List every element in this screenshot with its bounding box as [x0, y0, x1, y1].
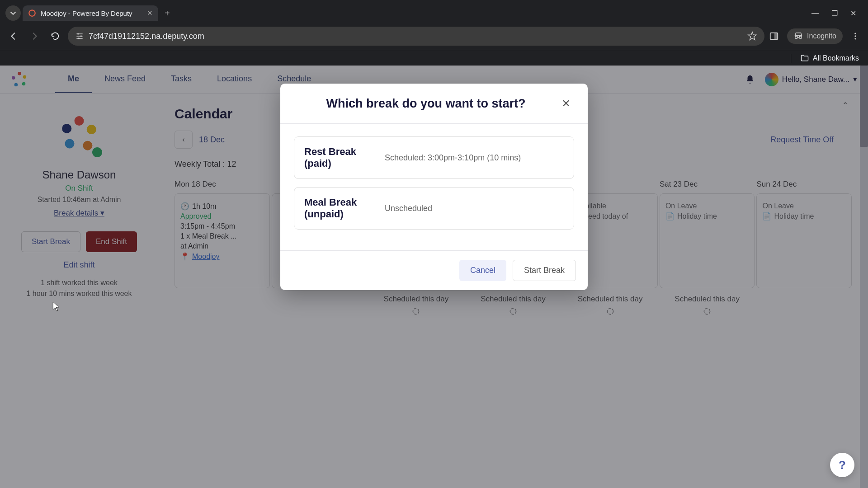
svg-point-7: [854, 35, 856, 37]
modal-close-button[interactable]: ✕: [558, 95, 574, 112]
incognito-badge[interactable]: Incognito: [787, 28, 843, 44]
new-tab-button[interactable]: +: [160, 5, 175, 21]
modal-title: Which break do you want to start?: [294, 97, 558, 111]
start-break-modal: Which break do you want to start? ✕ Rest…: [280, 84, 588, 290]
svg-point-0: [29, 10, 35, 16]
option-desc: Unscheduled: [385, 204, 432, 213]
forward-button[interactable]: [26, 28, 42, 44]
tab-title: Moodjoy - Powered By Deputy: [41, 9, 132, 17]
window-close-icon[interactable]: ✕: [850, 9, 856, 18]
start-break-button[interactable]: Start Break: [513, 260, 576, 281]
bookmarks-bar: All Bookmarks: [0, 50, 868, 66]
svg-point-8: [854, 38, 856, 39]
incognito-icon: [793, 31, 803, 41]
tabs-dropdown[interactable]: [5, 5, 21, 21]
window-maximize-icon[interactable]: ❐: [831, 9, 838, 18]
tab-bar: Moodjoy - Powered By Deputy ✕ + ― ❐ ✕: [0, 0, 868, 23]
option-title: Rest Break (paid): [304, 146, 372, 169]
cancel-button[interactable]: Cancel: [459, 260, 506, 281]
modal-backdrop[interactable]: Which break do you want to start? ✕ Rest…: [0, 66, 868, 488]
all-bookmarks-link[interactable]: All Bookmarks: [813, 54, 859, 62]
side-panel-icon[interactable]: [769, 31, 779, 41]
folder-icon: [800, 54, 809, 63]
back-button[interactable]: [5, 28, 22, 44]
address-bar: 7cf47d19112152.na.deputy.com Incognito: [0, 23, 868, 50]
app-viewport: Me News Feed Tasks Locations Schedule He…: [0, 66, 868, 488]
browser-chrome: Moodjoy - Powered By Deputy ✕ + ― ❐ ✕ 7c…: [0, 0, 868, 66]
url-input[interactable]: 7cf47d19112152.na.deputy.com: [68, 27, 764, 46]
browser-tab[interactable]: Moodjoy - Powered By Deputy ✕: [23, 5, 158, 21]
svg-point-6: [854, 33, 856, 34]
url-text: 7cf47d19112152.na.deputy.com: [89, 32, 204, 41]
incognito-label: Incognito: [807, 32, 836, 40]
reload-button[interactable]: [47, 28, 63, 44]
svg-point-2: [80, 35, 82, 37]
svg-point-3: [78, 38, 80, 39]
window-minimize-icon[interactable]: ―: [811, 9, 819, 18]
bookmark-star-icon[interactable]: [747, 31, 757, 41]
option-desc: Scheduled: 3:00pm-3:10pm (10 mins): [385, 153, 521, 163]
close-tab-icon[interactable]: ✕: [147, 9, 153, 17]
help-button[interactable]: ?: [830, 453, 854, 477]
site-settings-icon[interactable]: [75, 32, 84, 41]
svg-rect-5: [774, 33, 778, 40]
option-title: Meal Break (unpaid): [304, 197, 372, 220]
browser-menu-icon[interactable]: [851, 32, 860, 41]
break-option-meal[interactable]: Meal Break (unpaid) Unscheduled: [294, 187, 574, 230]
svg-point-1: [77, 33, 79, 34]
break-option-rest[interactable]: Rest Break (paid) Scheduled: 3:00pm-3:10…: [294, 136, 574, 179]
favicon-icon: [28, 9, 36, 17]
